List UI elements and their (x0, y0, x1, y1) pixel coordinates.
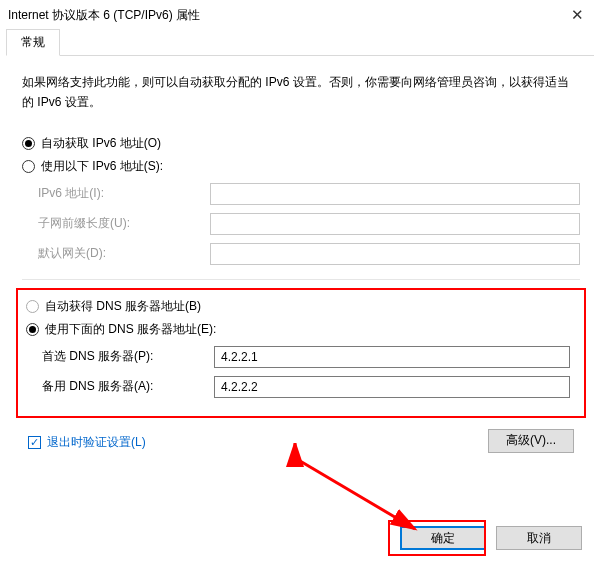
dns-auto-label: 自动获得 DNS 服务器地址(B) (45, 298, 201, 315)
preferred-dns-input[interactable] (214, 346, 570, 368)
tab-content: 如果网络支持此功能，则可以自动获取分配的 IPv6 设置。否则，你需要向网络管理… (0, 56, 600, 453)
dns-manual-option[interactable]: 使用下面的 DNS 服务器地址(E): (26, 321, 570, 338)
dns-fields: 首选 DNS 服务器(P): 备用 DNS 服务器(A): (34, 346, 570, 398)
ip-fields: IPv6 地址(I): 子网前缀长度(U): 默认网关(D): (30, 183, 580, 265)
tabs: 常规 (6, 32, 594, 56)
ok-button[interactable]: 确定 (400, 526, 486, 550)
checkbox-icon: ✓ (28, 436, 41, 449)
close-icon: ✕ (571, 6, 584, 24)
validate-label: 退出时验证设置(L) (47, 434, 146, 451)
dns-group: 自动获得 DNS 服务器地址(B) 使用下面的 DNS 服务器地址(E): 首选… (22, 288, 580, 418)
description-text: 如果网络支持此功能，则可以自动获取分配的 IPv6 设置。否则，你需要向网络管理… (22, 72, 580, 113)
preferred-dns-label: 首选 DNS 服务器(P): (34, 348, 214, 365)
advanced-button[interactable]: 高级(V)... (488, 429, 574, 453)
dns-manual-label: 使用下面的 DNS 服务器地址(E): (45, 321, 216, 338)
cancel-button[interactable]: 取消 (496, 526, 582, 550)
dns-auto-option[interactable]: 自动获得 DNS 服务器地址(B) (26, 298, 570, 315)
ip-manual-option[interactable]: 使用以下 IPv6 地址(S): (22, 158, 580, 175)
window-title: Internet 协议版本 6 (TCP/IPv6) 属性 (8, 7, 555, 24)
default-gateway-input (210, 243, 580, 265)
radio-icon (26, 300, 39, 313)
ip-manual-label: 使用以下 IPv6 地址(S): (41, 158, 163, 175)
ipv6-address-label: IPv6 地址(I): (30, 185, 210, 202)
dialog-buttons: 确定 取消 (400, 526, 582, 550)
close-button[interactable]: ✕ (555, 0, 600, 30)
default-gateway-label: 默认网关(D): (30, 245, 210, 262)
ip-auto-label: 自动获取 IPv6 地址(O) (41, 135, 161, 152)
subnet-prefix-label: 子网前缀长度(U): (30, 215, 210, 232)
radio-icon (22, 137, 35, 150)
radio-icon (26, 323, 39, 336)
alternate-dns-input[interactable] (214, 376, 570, 398)
ip-group: 自动获取 IPv6 地址(O) 使用以下 IPv6 地址(S): IPv6 地址… (22, 135, 580, 265)
ipv6-address-input (210, 183, 580, 205)
ip-auto-option[interactable]: 自动获取 IPv6 地址(O) (22, 135, 580, 152)
alternate-dns-label: 备用 DNS 服务器(A): (34, 378, 214, 395)
svg-line-1 (295, 458, 415, 529)
titlebar: Internet 协议版本 6 (TCP/IPv6) 属性 ✕ (0, 0, 600, 30)
subnet-prefix-input (210, 213, 580, 235)
tab-general[interactable]: 常规 (6, 29, 60, 56)
separator (22, 279, 580, 280)
radio-icon (22, 160, 35, 173)
